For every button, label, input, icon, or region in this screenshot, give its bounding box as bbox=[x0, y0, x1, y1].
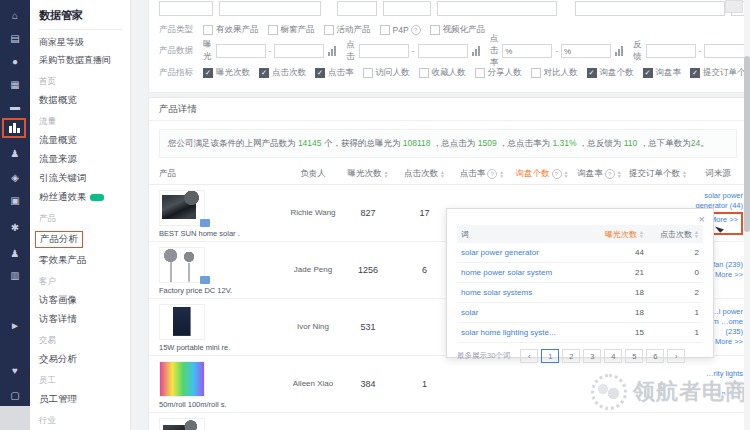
column-header-label: 询盘个数 bbox=[516, 168, 550, 180]
column-header-label: 询盘率 bbox=[577, 168, 603, 180]
more-link[interactable]: More >> bbox=[710, 215, 738, 224]
filter-control-2[interactable] bbox=[337, 1, 377, 16]
product-title-link[interactable]: 15W portable mini re. bbox=[159, 343, 287, 352]
product-title-link[interactable]: 50m/roll 100m/roll s. bbox=[159, 400, 287, 409]
customers-icon[interactable]: ♟ bbox=[0, 246, 30, 262]
products-icon[interactable]: ▣ bbox=[0, 193, 30, 209]
popup-column-label: 点击次数 bbox=[660, 229, 692, 240]
page-button[interactable]: 1 bbox=[541, 349, 559, 363]
product-title-link[interactable]: BEST SUN home solar . bbox=[159, 229, 287, 238]
sidebar-item[interactable]: 员工管理 bbox=[39, 393, 130, 406]
product-metric-checkbox[interactable]: 分享人数 bbox=[475, 67, 522, 79]
summary-fragment: ，总点击为 bbox=[430, 138, 477, 148]
page-button[interactable]: ‹ bbox=[520, 349, 538, 363]
filter-control-3[interactable] bbox=[383, 1, 431, 16]
sidebar-item[interactable]: 数据概览 bbox=[39, 94, 130, 107]
sidebar-item[interactable]: 粉丝通效果 bbox=[39, 191, 130, 204]
sidebar-item[interactable]: 产品分析 bbox=[39, 231, 130, 248]
popup-column-header[interactable]: 点击次数▲▼ bbox=[648, 229, 703, 240]
sidebar-section-label: 员工 bbox=[39, 375, 130, 387]
product-metric-checkbox[interactable]: ✓询盘率 bbox=[643, 67, 682, 79]
sidebar-link-1[interactable]: 采购节数据直播间 bbox=[39, 54, 130, 67]
page-button[interactable]: 5 bbox=[625, 349, 643, 363]
sidebar-item[interactable]: 引流关键词 bbox=[39, 172, 130, 185]
filter-control-5[interactable] bbox=[575, 1, 725, 16]
checkbox-icon bbox=[475, 68, 485, 78]
product-metric-checkbox[interactable]: 对比人数 bbox=[531, 67, 578, 79]
sidebar-item-label: 流量来源 bbox=[39, 153, 77, 166]
range-max-input[interactable] bbox=[561, 44, 611, 58]
sort-icon: ▲▼ bbox=[564, 170, 569, 178]
product-metric-checkbox[interactable]: ✓点击次数 bbox=[259, 67, 306, 79]
product-metric-checkbox[interactable]: ✓询盘个数 bbox=[587, 67, 634, 79]
column-header[interactable]: 点击率?▲▼ bbox=[452, 168, 512, 180]
range-min-input[interactable] bbox=[502, 44, 552, 58]
sidebar-item[interactable]: 访客画像 bbox=[39, 294, 130, 307]
popup-keyword-link[interactable]: solar bbox=[457, 308, 588, 317]
product-title-link[interactable]: Factory price DC 12V. bbox=[159, 286, 287, 295]
sidebar-item[interactable]: 访客详情 bbox=[39, 313, 130, 326]
orders-icon[interactable]: ▤ bbox=[0, 31, 30, 47]
product-cell: BEST SUN home solar . bbox=[149, 185, 287, 241]
home-icon[interactable]: ⌂ bbox=[0, 8, 30, 24]
checkbox-icon bbox=[363, 68, 373, 78]
contacts-icon[interactable]: ♟ bbox=[0, 146, 30, 162]
filter-control-1[interactable] bbox=[219, 1, 321, 16]
page-button[interactable]: 3 bbox=[583, 349, 601, 363]
product-image bbox=[159, 361, 205, 397]
apps-icon[interactable]: ▦ bbox=[0, 77, 30, 93]
product-metric-checkbox[interactable]: 收藏人数 bbox=[419, 67, 466, 79]
company-icon[interactable]: ▥ bbox=[0, 268, 30, 284]
product-type-label: 产品类型 bbox=[159, 24, 203, 36]
popup-column-header[interactable]: 曝光次数▲▼ bbox=[588, 229, 648, 240]
mini-chart-icon bbox=[472, 46, 480, 56]
popup-keyword-row: solar power generator442 bbox=[457, 243, 703, 263]
page-button[interactable]: 4 bbox=[604, 349, 622, 363]
analytics-icon[interactable] bbox=[2, 118, 26, 138]
checkbox-icon: ✓ bbox=[690, 68, 700, 78]
page-button[interactable]: 6 bbox=[646, 349, 664, 363]
popup-keyword-link[interactable]: home solar systems bbox=[457, 288, 588, 297]
settings-icon[interactable]: ✱ bbox=[0, 220, 30, 236]
close-icon[interactable]: × bbox=[699, 213, 705, 225]
table-header: 产品负责人曝光次数▲▼点击次数▲▼点击率?▲▼询盘个数?▲▼询盘率?▲▼提交订单… bbox=[149, 164, 747, 185]
product-metric-checkbox[interactable]: ✓提交订单个数 bbox=[690, 67, 750, 79]
sidebar-item[interactable]: 流量概览 bbox=[39, 134, 130, 147]
column-header[interactable]: 点击次数▲▼ bbox=[397, 168, 452, 180]
summary-text: 您公司满足该条件的上网产品数为 14145 个，获得的总曝光为 108118 ，… bbox=[159, 129, 737, 158]
popup-keyword-link[interactable]: home power solar system bbox=[457, 268, 588, 277]
range-min-input[interactable] bbox=[646, 44, 696, 58]
favorites-icon[interactable]: ♥ bbox=[0, 363, 30, 379]
range-max-input[interactable] bbox=[418, 44, 468, 58]
column-header[interactable]: 询盘个数?▲▼ bbox=[512, 168, 572, 180]
sidebar-item[interactable]: 流量来源 bbox=[39, 153, 130, 166]
filter-control-0[interactable] bbox=[159, 1, 213, 16]
product-metric-checkbox[interactable]: ✓曝光次数 bbox=[203, 67, 250, 79]
column-header[interactable]: 提交订单个数▲▼ bbox=[627, 168, 689, 180]
range-min-input[interactable] bbox=[216, 44, 266, 58]
range-dash: - bbox=[412, 46, 415, 56]
metric-cell-exposure: 827 bbox=[339, 208, 397, 218]
popup-keyword-link[interactable]: solar home lighting syste... bbox=[457, 328, 588, 337]
range-max-input[interactable] bbox=[274, 44, 324, 58]
range-min-input[interactable] bbox=[359, 44, 409, 58]
sidebar-link-0[interactable]: 商家星等级 bbox=[39, 36, 130, 49]
filter-toolbar bbox=[149, 0, 747, 19]
product-metric-checkbox[interactable]: 访问人数 bbox=[363, 67, 410, 79]
sidebar-item[interactable]: 交易分析 bbox=[39, 353, 130, 366]
scrollbar-thumb[interactable] bbox=[744, 56, 750, 232]
popup-keyword-link[interactable]: solar power generator bbox=[457, 248, 588, 257]
page-button[interactable]: 2 bbox=[562, 349, 580, 363]
share-icon[interactable]: ◈ bbox=[0, 170, 30, 186]
messages-icon[interactable]: ▬ bbox=[0, 99, 30, 115]
product-metric-checkbox[interactable]: ✓点击率 bbox=[315, 67, 354, 79]
column-header[interactable]: 询盘率?▲▼ bbox=[572, 168, 627, 180]
store-icon[interactable]: ▢ bbox=[0, 388, 30, 404]
filter-control-4[interactable] bbox=[437, 1, 557, 16]
sidebar-item[interactable]: 零效果产品 bbox=[39, 254, 130, 267]
checkbox-label: 点击次数 bbox=[272, 67, 306, 79]
notifications-icon[interactable]: ● bbox=[0, 54, 30, 70]
send-icon[interactable]: ► bbox=[0, 318, 30, 334]
page-button[interactable]: › bbox=[667, 349, 685, 363]
column-header[interactable]: 曝光次数▲▼ bbox=[339, 168, 397, 180]
